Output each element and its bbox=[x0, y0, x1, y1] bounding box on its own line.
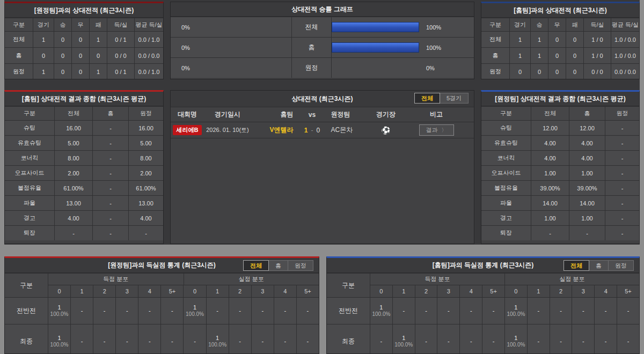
h2h-tab-all[interactable]: 전체 bbox=[414, 93, 440, 104]
row-label: 최종 bbox=[5, 324, 48, 354]
goals-tab-home[interactable]: 홈 bbox=[268, 260, 288, 271]
stat-cell: 5.00 bbox=[129, 136, 163, 150]
goals-dist-cell: - bbox=[138, 298, 160, 324]
conceded-dist-cell: - bbox=[617, 298, 639, 324]
goals-dist-cell: - bbox=[138, 324, 160, 354]
goals-dist-cell: - bbox=[482, 324, 504, 354]
score-col-header: 4 bbox=[138, 285, 160, 297]
goals-group-header: 득점 분포 bbox=[48, 274, 184, 285]
stat-cell: 1.0 / 0.0 bbox=[611, 32, 639, 47]
winrate-graph-panel: 상대전적 승률 그래프 0% 전체 100% 0% 홈 100% 0% 원정 0… bbox=[170, 2, 474, 79]
stat-cell: - bbox=[605, 166, 639, 180]
stat-cell: 0 bbox=[566, 32, 583, 47]
stat-cell: 39.00% bbox=[531, 181, 569, 195]
goals-header: 구분 득점 분포실점 분포 012345+012345+ bbox=[5, 274, 319, 297]
table-row: 오프사이드2.00-2.00 bbox=[5, 166, 163, 180]
score-col-header: 4 bbox=[595, 285, 617, 297]
home-team-name: V엔텔라 bbox=[251, 126, 297, 135]
stat-cell: 39.00% bbox=[569, 181, 605, 195]
stat-cell: - bbox=[129, 226, 163, 240]
goals-header: 구분 득점 분포실점 분포 012345+012345+ bbox=[327, 274, 639, 297]
score-col-header: 4 bbox=[460, 285, 482, 297]
stat-cell: 1 bbox=[90, 64, 107, 79]
goals-title-bar: [홈팀]과의 득실점 통계 (최근3시즌) 전체 홈 원정 bbox=[327, 258, 639, 273]
score-col-header: 5+ bbox=[297, 285, 319, 297]
table-row: 코너킥8.00-8.00 bbox=[5, 151, 163, 165]
stadium-cell: ⚽ bbox=[373, 126, 399, 135]
stat-cell: 0 bbox=[548, 64, 566, 79]
col-header: 무 bbox=[72, 18, 89, 31]
table-row: 유효슈팅5.00-5.00 bbox=[5, 136, 163, 150]
stat-cell: - bbox=[605, 226, 639, 240]
goals-title-bar: [원정팀]과의 득실점 통계 (최근3시즌) 전체 홈 원정 bbox=[5, 258, 319, 273]
home-score: 1 bbox=[304, 127, 308, 134]
col-header: 패 bbox=[90, 18, 107, 31]
goals-tab-group: 전체 홈 원정 bbox=[244, 260, 313, 271]
table-row: 전체11001 / 01.0 / 0.0 bbox=[481, 32, 639, 47]
panel-title: 상대전적 승률 그래프 bbox=[171, 2, 474, 17]
row-label: 홈 bbox=[481, 48, 509, 63]
away-summary-panel: [원정팀] 상대전적 결과 종합 (최근3시즌 평균) 구분전체홈원정 슈팅12… bbox=[481, 90, 640, 244]
col-header: 평균 득/실 bbox=[611, 18, 639, 31]
stat-cell: - bbox=[605, 181, 639, 195]
stat-cell: 0 bbox=[531, 64, 548, 79]
row-label: 원정 bbox=[481, 64, 509, 79]
row-label: 전반전 bbox=[327, 298, 370, 324]
conceded-dist-cell: - bbox=[274, 324, 296, 354]
winrate-row: 0% 홈 100% bbox=[171, 38, 474, 57]
stat-cell: 1.0 / 0.0 bbox=[611, 48, 639, 63]
conceded-dist-cell: 1100.0% bbox=[505, 324, 527, 354]
score-col-header: 2 bbox=[93, 285, 115, 297]
conceded-dist-cell: - bbox=[550, 298, 572, 324]
h2h-tab-5games[interactable]: 5경기 bbox=[440, 93, 469, 104]
stat-cell: 0 / 0 bbox=[584, 64, 611, 79]
corner-header: 구분 bbox=[5, 274, 48, 297]
conceded-dist-cell: - bbox=[274, 298, 296, 324]
vs-home-record-panel: [홈팀]과의 상대전적 (최근3시즌) 구분경기승무패득/실평균 득/실 전체1… bbox=[481, 2, 640, 79]
home-winrate-bar bbox=[332, 22, 419, 32]
result-button-label: 결과 bbox=[426, 126, 438, 134]
col-header-home: 홈팀 bbox=[251, 110, 297, 119]
table-row: 홈11001 / 01.0 / 0.0 bbox=[481, 48, 639, 63]
row-label: 슈팅 bbox=[5, 121, 54, 135]
panel-title: 상대전적 (최근3시즌) bbox=[292, 95, 353, 102]
goals-dist-cell: - bbox=[370, 324, 392, 354]
goals-tab-all[interactable]: 전체 bbox=[243, 260, 269, 271]
stat-cell: 12.00 bbox=[569, 121, 605, 135]
table-row: 파울13.00-13.00 bbox=[5, 196, 163, 210]
stat-cell: 1 bbox=[510, 32, 530, 47]
goals-dist-cell: - bbox=[437, 298, 459, 324]
goals-tab-home[interactable]: 홈 bbox=[589, 260, 609, 271]
stat-cell: - bbox=[93, 121, 128, 135]
goals-dist-cell: - bbox=[93, 298, 115, 324]
away-percent-label: 0% bbox=[171, 65, 202, 71]
home-percent-label: 0% bbox=[426, 65, 435, 71]
stat-cell: - bbox=[605, 121, 639, 135]
stat-cell: 1.00 bbox=[531, 166, 569, 180]
stat-cell: 4.00 bbox=[531, 136, 569, 150]
row-label: 볼점유율 bbox=[481, 181, 531, 195]
goals-dist-cell: 1100.0% bbox=[393, 324, 415, 354]
table-row: 경고1.001.00- bbox=[481, 211, 639, 225]
goals-row: 전반전 1100.0%-----1100.0%----- bbox=[5, 298, 319, 324]
result-button[interactable]: 결과〉 bbox=[419, 124, 454, 136]
chevron-right-icon: 〉 bbox=[442, 127, 447, 134]
away-percent-label: 0% bbox=[171, 24, 202, 31]
goals-tab-all[interactable]: 전체 bbox=[564, 260, 589, 271]
table-row: 유효슈팅4.004.00- bbox=[481, 136, 639, 150]
table-header-row: 구분경기승무패득/실평균 득/실 bbox=[5, 18, 163, 31]
table-row: 홈00000 / 00.0 / 0.0 bbox=[5, 48, 163, 63]
goals-tab-away[interactable]: 원정 bbox=[608, 260, 634, 271]
goals-tab-away[interactable]: 원정 bbox=[288, 260, 313, 271]
col-header-league: 대회명 bbox=[171, 110, 204, 119]
table-row: 슈팅16.00-16.00 bbox=[5, 121, 163, 135]
corner-header: 구분 bbox=[327, 274, 370, 297]
row-label: 전체 bbox=[481, 32, 509, 47]
goals-dist-cell: - bbox=[415, 298, 437, 324]
score-col-header: 1 bbox=[71, 285, 93, 297]
stat-cell: 13.00 bbox=[55, 196, 92, 210]
row-label: 코너킥 bbox=[5, 151, 54, 165]
conceded-dist-cell: - bbox=[528, 298, 550, 324]
home-summary-panel: [홈팀] 상대전적 결과 종합 (최근3시즌 평균) 구분전체홈원정 슈팅16.… bbox=[4, 90, 164, 244]
home-percent-label: 100% bbox=[426, 45, 441, 51]
